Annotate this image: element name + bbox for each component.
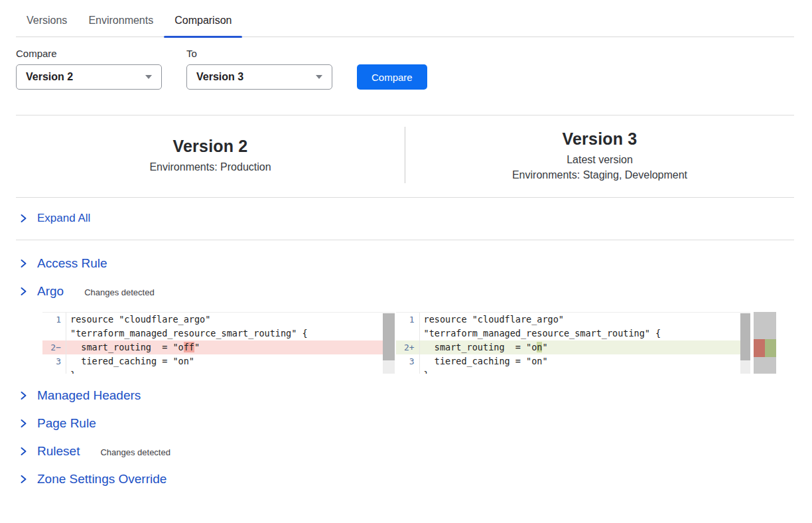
section-ruleset[interactable]: Ruleset Changes detected xyxy=(16,437,794,465)
right-version-summary: Version 3 Latest version Environments: S… xyxy=(405,129,794,181)
code-line: 3 tiered_caching = "on" xyxy=(42,354,395,368)
compare-to-value: Version 3 xyxy=(196,71,243,83)
diff-right-scrollbar[interactable] xyxy=(740,313,750,374)
section-label: Access Rule xyxy=(37,256,107,271)
chevron-right-icon xyxy=(20,286,27,297)
right-version-title: Version 3 xyxy=(405,129,794,149)
chevron-right-icon xyxy=(20,418,27,429)
chevron-right-icon xyxy=(20,474,27,485)
compare-button[interactable]: Compare xyxy=(357,64,427,90)
section-label: Ruleset xyxy=(37,444,80,459)
right-version-environments: Environments: Staging, Development xyxy=(405,169,794,181)
changes-detected-badge: Changes detected xyxy=(84,285,155,297)
section-label: Page Rule xyxy=(37,416,96,431)
chevron-right-icon xyxy=(20,446,27,457)
code-line-removed: 2− smart_routing = "off" xyxy=(42,340,395,354)
line-number xyxy=(396,327,420,340)
line-number: 3 xyxy=(396,354,420,368)
code-line: 1resource "cloudflare_argo" xyxy=(42,313,395,327)
line-number xyxy=(42,368,66,374)
scrollbar-thumb[interactable] xyxy=(383,313,395,360)
compare-to-select[interactable]: Version 3 xyxy=(186,64,332,90)
chevron-down-icon xyxy=(316,75,322,79)
compare-controls: Compare Version 2 To Version 3 Compare xyxy=(16,48,796,90)
tab-bar: Versions Environments Comparison xyxy=(16,0,794,37)
section-zone-settings-override[interactable]: Zone Settings Override xyxy=(16,465,794,493)
code-line-added: 2+ smart_routing = "on" xyxy=(396,340,750,354)
line-number: 1 xyxy=(42,313,66,327)
argo-diff-viewer: 1resource "cloudflare_argo" "terraform_m… xyxy=(42,312,776,374)
code-line-wrap: "terraform_managed_resource_smart_routin… xyxy=(396,327,750,340)
compare-from-label: Compare xyxy=(16,48,162,59)
left-version-summary: Version 2 Environments: Production xyxy=(16,137,405,173)
section-managed-headers[interactable]: Managed Headers xyxy=(16,382,794,410)
overview-removed-marker xyxy=(754,339,765,357)
chevron-right-icon xyxy=(20,390,27,401)
line-number: 1 xyxy=(396,313,420,327)
left-version-title: Version 2 xyxy=(16,137,405,156)
section-label: Argo xyxy=(37,284,64,299)
line-number xyxy=(42,327,66,340)
expand-all-button[interactable]: Expand All xyxy=(16,198,794,240)
tab-comparison[interactable]: Comparison xyxy=(164,11,242,37)
compare-from-field: Compare Version 2 xyxy=(16,48,162,90)
tab-versions[interactable]: Versions xyxy=(16,11,78,37)
diff-right-editor[interactable]: 1resource "cloudflare_argo" "terraform_m… xyxy=(396,312,750,374)
section-access-rule[interactable]: Access Rule xyxy=(16,250,794,277)
compare-from-select[interactable]: Version 2 xyxy=(16,64,162,90)
line-number: 3 xyxy=(42,354,66,368)
compare-from-value: Version 2 xyxy=(26,71,73,83)
scrollbar-thumb[interactable] xyxy=(740,313,750,360)
compare-to-label: To xyxy=(186,48,332,59)
removed-char-highlight: ff xyxy=(184,342,194,352)
chevron-right-icon xyxy=(20,213,27,224)
code-line: 1resource "cloudflare_argo" xyxy=(396,313,750,327)
resource-sections: Access Rule Argo Changes detected 1resou… xyxy=(16,250,794,493)
diff-overview-ruler[interactable] xyxy=(754,312,776,374)
right-version-subtitle: Latest version xyxy=(405,154,794,166)
compare-to-field: To Version 3 xyxy=(186,48,332,90)
diff-left-scrollbar[interactable] xyxy=(383,313,395,374)
left-version-environments: Environments: Production xyxy=(16,161,405,173)
code-line: } xyxy=(42,368,395,374)
line-number xyxy=(396,368,420,374)
chevron-down-icon xyxy=(145,75,152,79)
section-argo[interactable]: Argo Changes detected xyxy=(16,277,794,305)
code-line: 3 tiered_caching = "on" xyxy=(396,354,750,368)
section-label: Zone Settings Override xyxy=(37,472,167,486)
changes-detected-badge: Changes detected xyxy=(100,445,170,457)
line-number: 2+ xyxy=(396,340,420,354)
section-page-rule[interactable]: Page Rule xyxy=(16,410,794,437)
tab-environments[interactable]: Environments xyxy=(78,11,164,37)
diff-left-editor[interactable]: 1resource "cloudflare_argo" "terraform_m… xyxy=(42,312,395,374)
version-comparison-header: Version 2 Environments: Production Versi… xyxy=(16,115,794,198)
chevron-right-icon xyxy=(20,258,27,269)
code-line-wrap: "terraform_managed_resource_smart_routin… xyxy=(42,327,395,340)
code-line: } xyxy=(396,368,750,374)
expand-all-label: Expand All xyxy=(37,212,90,225)
overview-added-marker xyxy=(765,339,776,357)
section-label: Managed Headers xyxy=(37,388,141,403)
line-number: 2− xyxy=(42,340,66,354)
